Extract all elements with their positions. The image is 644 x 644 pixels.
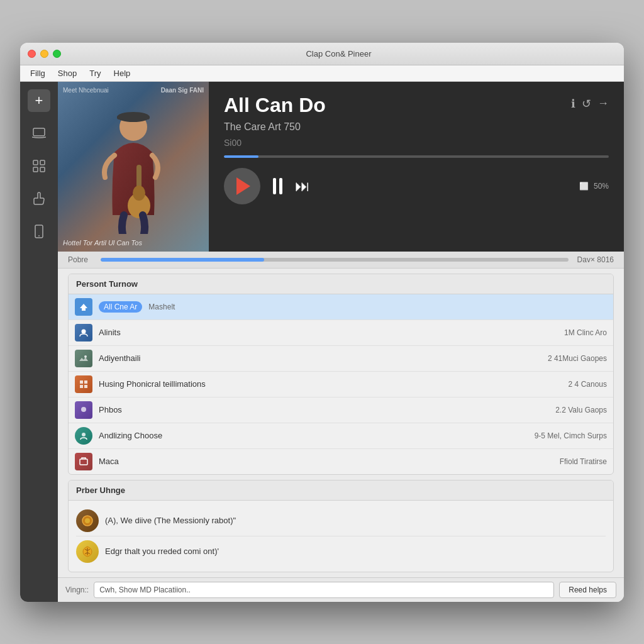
menu-try[interactable]: Try: [84, 67, 106, 79]
row-avatar: [75, 427, 92, 445]
row-meta: 1M Clinc Aro: [564, 328, 607, 337]
pause-bar-right: [279, 178, 282, 194]
volume-area: ⬜ 50%: [579, 182, 609, 191]
svg-rect-16: [84, 380, 87, 384]
menu-help[interactable]: Help: [109, 67, 136, 79]
track-artist: The Care Art 750: [224, 121, 609, 133]
row-meta: 2 41Muci Gaopes: [548, 354, 607, 363]
status-label: Vingn::: [65, 586, 89, 594]
sidebar-thumb-icon[interactable]: [28, 187, 50, 210]
player-progress[interactable]: [224, 155, 609, 158]
row-meta: Mashelt: [148, 303, 175, 311]
info-icon[interactable]: ℹ: [571, 97, 575, 111]
window-title: Clap Con& Pineer: [61, 49, 616, 58]
sidebar-grid-icon[interactable]: [28, 155, 50, 177]
bottom-row[interactable]: Edgr thalt you rreded comi ont)': [76, 536, 606, 567]
pause-bar-left: [273, 178, 276, 194]
status-bar: Vingn:: Reed helps: [58, 577, 624, 602]
volume-icon: ⬜: [579, 182, 589, 191]
svg-point-14: [84, 355, 87, 358]
status-input[interactable]: [94, 582, 554, 598]
table-row[interactable]: Husing Phonicral teillimations 2 4 Canou…: [69, 372, 613, 397]
player-header: All Can Do ℹ ↺ →: [224, 94, 609, 116]
svg-point-19: [81, 407, 86, 412]
menu-shop[interactable]: Shop: [53, 67, 82, 79]
minimize-button[interactable]: [40, 50, 48, 58]
svg-rect-17: [80, 385, 83, 388]
play-triangle-icon: [236, 177, 250, 195]
svg-point-6: [38, 235, 40, 236]
row-avatar: [75, 324, 92, 341]
svg-rect-9: [117, 116, 150, 119]
bottom-icon-shell: [76, 540, 99, 563]
bottom-text: Edgr thalt you rreded comi ont)': [105, 547, 219, 556]
traffic-lights: [28, 50, 61, 58]
row-name: Husing Phonicral teillimations: [99, 379, 562, 389]
main-progress-bar[interactable]: [101, 258, 569, 262]
table-row[interactable]: All Cne Ar Mashelt: [69, 294, 613, 320]
main-window: Clap Con& Pineer Fillg Shop Try Help +: [20, 43, 624, 602]
play-button[interactable]: [224, 168, 260, 204]
album-art: Meet Nhcebnuai Daan Sig FANI: [58, 82, 209, 252]
bottom-section: (A), We diive (The Messionly rabot)" Edg…: [69, 501, 613, 572]
svg-point-20: [82, 433, 86, 436]
svg-rect-0: [33, 128, 45, 136]
player-progress-fill: [224, 155, 258, 158]
svg-rect-15: [80, 380, 83, 384]
main-layout: +: [20, 82, 624, 602]
content-area: Meet Nhcebnuai Daan Sig FANI: [58, 82, 624, 602]
album-figure: [92, 108, 174, 234]
row-meta: Ffiold Tiratirse: [560, 457, 607, 466]
track-title: All Can Do: [224, 94, 326, 116]
row-meta: 2 4 Canous: [569, 380, 607, 389]
row-meta: 9-5 Mel, Cimch Surps: [535, 431, 607, 440]
player-progress-bar[interactable]: [224, 155, 609, 158]
table-row[interactable]: Adiyenthaili 2 41Muci Gaopes: [69, 346, 613, 372]
table-row[interactable]: Maca Ffiold Tiratirse: [69, 449, 613, 474]
row-name: Andlizing Choose: [99, 431, 528, 440]
row-meta: 2.2 Valu Gaops: [555, 406, 607, 414]
selected-badge: All Cne Ar: [99, 301, 142, 313]
playback-controls: ⏭ ⬜ 50%: [224, 168, 609, 204]
row-avatar: [75, 401, 92, 419]
row-avatar: [75, 375, 92, 393]
forward-icon[interactable]: →: [597, 97, 609, 110]
table-row[interactable]: Alinits 1M Clinc Aro: [69, 320, 613, 346]
album-top-right: Daan Sig FANI: [161, 87, 204, 94]
section-persont: Persont Turnow All Cne Ar Mashelt: [68, 274, 614, 475]
svg-point-12: [133, 186, 145, 201]
player-actions: ℹ ↺ →: [571, 97, 609, 111]
sidebar-laptop-icon[interactable]: [28, 122, 50, 145]
row-name: Maca: [99, 457, 553, 466]
album-art-overlay: Hottel Tor Artil Ul Can Tos: [63, 239, 204, 247]
menu-fillg[interactable]: Fillg: [25, 67, 50, 79]
table-row[interactable]: Phbos 2.2 Valu Gaops: [69, 397, 613, 423]
bottom-text: (A), We diive (The Messionly rabot)": [105, 516, 236, 525]
row-icon-blue: [75, 298, 92, 316]
pause-button[interactable]: [273, 178, 282, 194]
table-row[interactable]: Andlizing Choose 9-5 Mel, Cimch Surps: [69, 423, 613, 449]
maximize-button[interactable]: [53, 50, 61, 58]
section-persont-header: Persont Turnow: [69, 274, 613, 294]
row-name: Alinits: [99, 328, 558, 337]
close-button[interactable]: [28, 50, 36, 58]
add-button[interactable]: +: [28, 89, 50, 112]
progress-right: Dav× 8016: [576, 255, 614, 264]
sidebar: +: [20, 82, 58, 602]
skip-button[interactable]: ⏭: [295, 177, 310, 195]
lists-container: Persont Turnow All Cne Ar Mashelt: [58, 269, 624, 577]
bottom-row[interactable]: (A), We diive (The Messionly rabot)": [76, 506, 606, 536]
menu-bar: Fillg Shop Try Help: [20, 65, 624, 82]
refresh-icon[interactable]: ↺: [582, 97, 591, 111]
bottom-icon: [76, 509, 99, 532]
svg-point-13: [82, 329, 86, 333]
album-top-left: Meet Nhcebnuai: [63, 87, 109, 94]
row-avatar: [75, 350, 92, 367]
svg-rect-2: [40, 160, 45, 165]
reed-helps-button[interactable]: Reed helps: [559, 582, 616, 598]
now-playing: Meet Nhcebnuai Daan Sig FANI: [58, 82, 624, 252]
row-name: Adiyenthaili: [99, 353, 541, 363]
title-bar: Clap Con& Pineer: [20, 43, 624, 65]
track-time: S‌i00: [224, 138, 609, 148]
sidebar-phone-icon[interactable]: [28, 220, 50, 243]
